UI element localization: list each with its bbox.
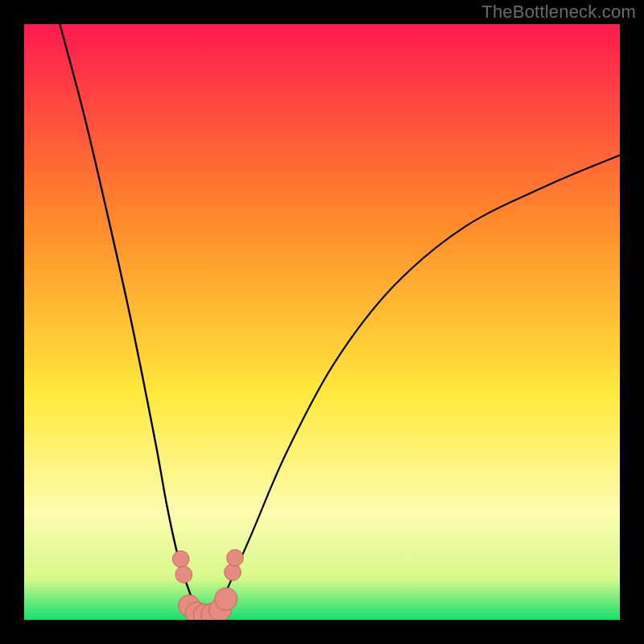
watermark-text: TheBottleneck.com (481, 2, 636, 23)
trough-marker (172, 551, 189, 568)
bottleneck-chart (24, 24, 620, 620)
chart-frame: TheBottleneck.com (0, 0, 644, 644)
trough-marker (215, 588, 237, 610)
trough-marker (225, 564, 242, 580)
trough-marker (175, 566, 192, 583)
trough-marker (227, 550, 244, 567)
gradient-background (24, 24, 620, 620)
